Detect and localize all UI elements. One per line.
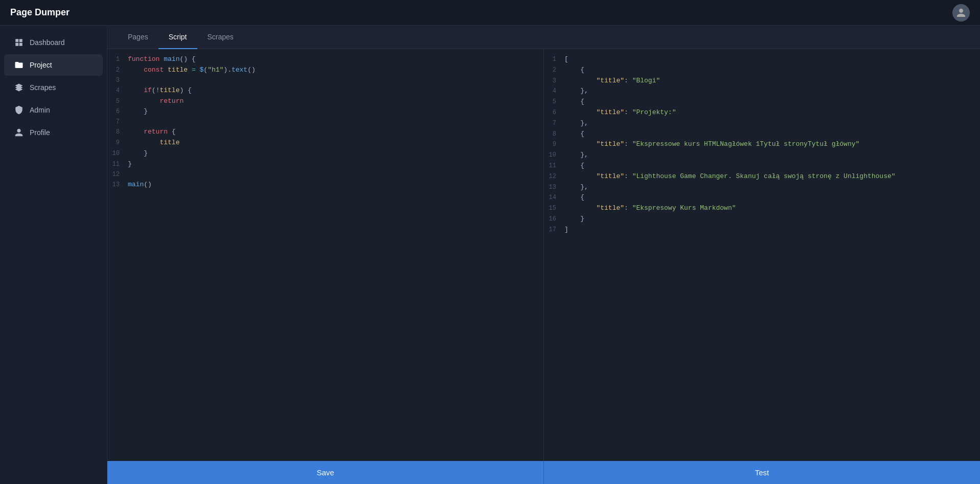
line-number: 3 xyxy=(107,76,128,85)
line-number: 6 xyxy=(544,108,564,118)
main-layout: Dashboard Project Scrapes Admin Profile xyxy=(0,26,980,484)
save-button[interactable]: Save xyxy=(107,461,543,484)
line-content: } xyxy=(128,106,543,117)
tab-script[interactable]: Script xyxy=(158,26,197,49)
code-line: 12 "title": "Lighthouse Game Changer. Sk… xyxy=(544,171,980,182)
sidebar-item-project[interactable]: Project xyxy=(4,54,103,76)
code-line: 8 { xyxy=(544,129,980,140)
line-content: "title": "Ekspressowe kurs HTMLNagłówek … xyxy=(564,139,980,150)
app-title: Page Dumper xyxy=(10,7,70,18)
code-line: 12 xyxy=(107,170,543,180)
code-line: 6 "title": "Projekty:" xyxy=(544,107,980,118)
line-number: 16 xyxy=(544,214,564,224)
code-line: 3 xyxy=(107,76,543,85)
sidebar-label-project: Project xyxy=(30,61,52,69)
line-content: { xyxy=(564,65,980,76)
line-content: }, xyxy=(564,150,980,161)
sidebar-label-scrapes: Scrapes xyxy=(30,83,56,92)
script-editor[interactable]: 1function main() {2 const title = $("h1"… xyxy=(107,49,543,461)
line-number: 12 xyxy=(544,172,564,182)
line-number: 5 xyxy=(107,97,128,106)
code-line: 7 }, xyxy=(544,118,980,129)
sidebar-item-admin[interactable]: Admin xyxy=(4,99,103,121)
line-number: 13 xyxy=(107,180,128,190)
sidebar-item-dashboard[interactable]: Dashboard xyxy=(4,32,103,53)
line-number: 1 xyxy=(544,55,564,64)
tabs-bar: Pages Script Scrapes xyxy=(107,26,980,49)
line-content: }, xyxy=(564,118,980,129)
line-content: [ xyxy=(564,54,980,65)
line-content: } xyxy=(128,148,543,159)
output-editor[interactable]: 1[2 {3 "title": "Blogi"4 },5 {6 "title":… xyxy=(544,49,980,461)
code-line: 1function main() { xyxy=(107,54,543,65)
line-number: 17 xyxy=(544,225,564,235)
line-content: }, xyxy=(564,182,980,193)
sidebar-item-profile[interactable]: Profile xyxy=(4,122,103,143)
editors-row: 1function main() {2 const title = $("h1"… xyxy=(107,49,980,461)
line-number: 10 xyxy=(107,149,128,159)
script-editor-panel: 1function main() {2 const title = $("h1"… xyxy=(107,49,544,461)
shield-icon xyxy=(14,105,24,115)
person-icon xyxy=(14,128,24,137)
line-number: 2 xyxy=(544,65,564,75)
tab-pages[interactable]: Pages xyxy=(118,26,158,49)
line-content: { xyxy=(564,129,980,140)
code-line: 3 "title": "Blogi" xyxy=(544,76,980,86)
line-number: 14 xyxy=(544,193,564,203)
line-content: } xyxy=(128,159,543,170)
code-line: 8 return { xyxy=(107,127,543,138)
line-number: 9 xyxy=(544,140,564,149)
line-content: return { xyxy=(128,127,543,138)
code-line: 16 } xyxy=(544,214,980,225)
line-content: title xyxy=(128,138,543,148)
code-line: 2 { xyxy=(544,65,980,76)
code-line: 14 { xyxy=(544,192,980,203)
output-editor-panel: 1[2 {3 "title": "Blogi"4 },5 {6 "title":… xyxy=(544,49,980,461)
code-line: 11 { xyxy=(544,161,980,171)
code-line: 5 { xyxy=(544,97,980,107)
line-content: main() xyxy=(128,180,543,190)
folder-icon xyxy=(14,60,24,70)
line-number: 6 xyxy=(107,107,128,117)
code-line: 6 } xyxy=(107,106,543,117)
line-content: "title": "Lighthouse Game Changer. Skanu… xyxy=(564,171,980,182)
line-number: 10 xyxy=(544,150,564,160)
line-number: 1 xyxy=(107,55,128,64)
code-line: 13 }, xyxy=(544,182,980,193)
user-icon xyxy=(956,8,966,18)
line-content: }, xyxy=(564,86,980,97)
line-content: } xyxy=(564,214,980,225)
line-content: const title = $("h1").text() xyxy=(128,65,543,76)
code-line: 11} xyxy=(107,159,543,170)
line-number: 11 xyxy=(544,161,564,171)
code-line: 9 title xyxy=(107,138,543,148)
line-number: 7 xyxy=(544,119,564,128)
code-line: 13main() xyxy=(107,180,543,190)
code-line: 5 return xyxy=(107,96,543,107)
layers-icon xyxy=(14,83,24,92)
code-line: 9 "title": "Ekspressowe kurs HTMLNagłówe… xyxy=(544,139,980,150)
line-number: 15 xyxy=(544,204,564,213)
code-line: 7 xyxy=(107,117,543,127)
line-number: 7 xyxy=(107,117,128,127)
user-avatar[interactable] xyxy=(952,4,970,21)
test-button[interactable]: Test xyxy=(543,461,980,484)
line-content: { xyxy=(564,161,980,171)
code-line: 17] xyxy=(544,225,980,235)
grid-icon xyxy=(14,38,24,47)
line-content: { xyxy=(564,192,980,203)
code-line: 4 }, xyxy=(544,86,980,97)
line-number: 13 xyxy=(544,183,564,192)
line-number: 2 xyxy=(107,65,128,75)
line-content: ] xyxy=(564,225,980,235)
line-content: "title": "Projekty:" xyxy=(564,107,980,118)
line-number: 11 xyxy=(107,160,128,169)
line-number: 4 xyxy=(107,86,128,96)
tab-scrapes[interactable]: Scrapes xyxy=(197,26,244,49)
sidebar-item-scrapes[interactable]: Scrapes xyxy=(4,77,103,98)
line-content: "title": "Blogi" xyxy=(564,76,980,86)
line-number: 8 xyxy=(544,129,564,139)
line-content: return xyxy=(128,96,543,107)
sidebar-label-profile: Profile xyxy=(30,128,50,137)
code-line: 15 "title": "Ekspresowy Kurs Markdown" xyxy=(544,203,980,214)
